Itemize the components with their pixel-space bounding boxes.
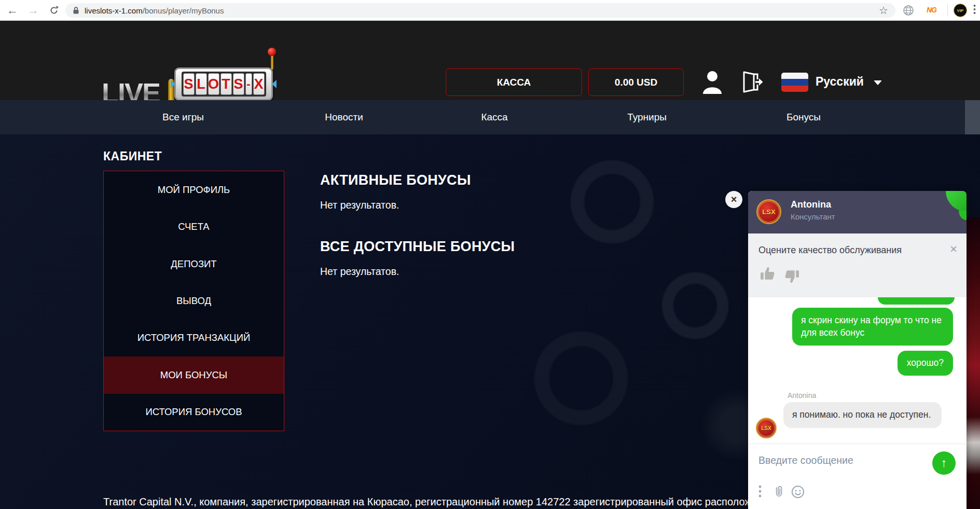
menu-item-accounts[interactable]: СЧЕТА bbox=[104, 208, 284, 245]
chat-input-area: ↑ bbox=[748, 444, 967, 509]
thumb-down-icon[interactable] bbox=[783, 266, 800, 284]
profile-icon[interactable] bbox=[701, 70, 723, 96]
bookmark-star-icon[interactable]: ☆ bbox=[879, 4, 888, 17]
menu-item-my-profile[interactable]: МОЙ ПРОФИЛЬ bbox=[104, 171, 284, 208]
russian-flag-icon[interactable] bbox=[781, 73, 808, 92]
language-selector[interactable]: Русский bbox=[816, 75, 864, 89]
message-input[interactable] bbox=[758, 451, 904, 469]
leaf-icon bbox=[959, 211, 967, 220]
url-text: liveslots-x-1.com/bonus/player/myBonus bbox=[85, 6, 224, 15]
chevron-down-icon[interactable] bbox=[874, 80, 882, 85]
reel-letter: O bbox=[208, 73, 219, 95]
agent-message-label: Antonina bbox=[788, 391, 816, 400]
slot-reels: S L O T S - X bbox=[182, 72, 266, 97]
emoji-icon[interactable] bbox=[791, 485, 805, 499]
lock-icon bbox=[73, 6, 79, 15]
chat-bubble-agent: я понимаю. но пока не доступен. bbox=[783, 402, 942, 428]
back-icon[interactable]: ← bbox=[4, 2, 21, 19]
slot-lever bbox=[271, 54, 273, 70]
address-bar[interactable]: liveslots-x-1.com/bonus/player/myBonus bbox=[65, 3, 895, 18]
agent-avatar-small: LSX bbox=[756, 418, 777, 438]
active-bonuses-empty: Нет результатов. bbox=[320, 199, 399, 211]
available-bonuses-title: ВСЕ ДОСТУПНЫЕ БОНУСЫ bbox=[320, 239, 515, 255]
reload-icon[interactable] bbox=[46, 2, 62, 19]
chat-bubble-user: хорошо? bbox=[898, 351, 953, 376]
available-bonuses-empty: Нет результатов. bbox=[320, 266, 399, 278]
page-title: КАБИНЕТ bbox=[103, 149, 162, 163]
agent-role: Консультант bbox=[791, 212, 835, 221]
menu-item-withdrawal[interactable]: ВЫВОД bbox=[104, 282, 284, 319]
chat-close-button[interactable]: × bbox=[725, 191, 742, 208]
logo-arrow-right-icon bbox=[171, 80, 175, 88]
page: ← → liveslots-x-1.com/bonus/player/myBon… bbox=[0, 0, 980, 509]
rating-panel: Оцените качество обслуживания × bbox=[748, 233, 967, 297]
chat-messages: я скрин скину на форум то что не для все… bbox=[748, 297, 967, 444]
cabinet-menu: МОЙ ПРОФИЛЬ СЧЕТА ДЕПОЗИТ ВЫВОД ИСТОРИЯ … bbox=[103, 171, 284, 431]
main-navigation: Все игры Новости Касса Турниры Бонусы bbox=[0, 100, 980, 134]
forward-icon[interactable]: → bbox=[25, 2, 42, 19]
menu-item-bonus-history[interactable]: ИСТОРИЯ БОНУСОВ bbox=[104, 394, 284, 431]
nav-item-tournaments[interactable]: Турниры bbox=[627, 112, 667, 123]
cashier-button[interactable]: КАССА bbox=[446, 68, 582, 96]
site-header: LIVE S L O T S - X КАССА 0.00 USD bbox=[0, 21, 980, 100]
more-options-icon[interactable] bbox=[758, 485, 762, 498]
chat-bubble-user: я скрин скину на форум то что не для все… bbox=[792, 308, 953, 346]
rating-close-icon[interactable]: × bbox=[950, 242, 957, 256]
chat-widget: LSX Antonina Консультант Оцените качеств… bbox=[748, 191, 967, 509]
nav-item-news[interactable]: Новости bbox=[325, 112, 363, 123]
background-image-edge bbox=[967, 217, 980, 509]
slot-lever-ball bbox=[268, 48, 276, 56]
rating-prompt: Оцените качество обслуживания bbox=[758, 245, 902, 256]
url-path: /bonus/player/myBonus bbox=[143, 6, 224, 15]
menu-item-transaction-history[interactable]: ИСТОРИЯ ТРАНЗАКЦИЙ bbox=[104, 320, 284, 356]
reel-letter: T bbox=[220, 73, 232, 95]
nav-item-all-games[interactable]: Все игры bbox=[162, 112, 204, 123]
vip-profile-icon[interactable]: VIP bbox=[954, 4, 967, 17]
nav-item-cashier[interactable]: Касса bbox=[481, 112, 507, 123]
reel-letter: S bbox=[183, 73, 195, 95]
nav-item-bonuses[interactable]: Бонусы bbox=[786, 112, 821, 123]
chat-bubble-partial bbox=[878, 297, 955, 305]
attachment-icon[interactable] bbox=[772, 485, 785, 499]
globe-extension-icon[interactable] bbox=[903, 5, 914, 18]
browser-menu-icon[interactable] bbox=[973, 4, 976, 17]
menu-item-my-bonuses[interactable]: МОИ БОНУСЫ bbox=[104, 356, 284, 393]
send-button[interactable]: ↑ bbox=[932, 451, 956, 475]
chat-header: LSX Antonina Консультант bbox=[748, 191, 967, 233]
ng-extension-icon[interactable]: NG bbox=[927, 6, 936, 14]
thumb-up-icon[interactable] bbox=[760, 266, 776, 284]
reel-letter: L bbox=[196, 73, 207, 95]
browser-toolbar: ← → liveslots-x-1.com/bonus/player/myBon… bbox=[0, 0, 980, 21]
logout-icon[interactable] bbox=[741, 70, 765, 96]
leaf-icon bbox=[946, 191, 967, 212]
balance-button[interactable]: 0.00 USD bbox=[588, 68, 684, 96]
url-domain: liveslots-x-1.com bbox=[85, 6, 143, 15]
agent-avatar: LSX bbox=[756, 199, 781, 224]
reel-letter: S bbox=[233, 73, 244, 95]
slot-machine: S L O T S - X bbox=[174, 67, 273, 101]
divider bbox=[947, 4, 948, 17]
menu-item-deposit[interactable]: ДЕПОЗИТ bbox=[104, 245, 284, 282]
reel-letter: - bbox=[245, 73, 252, 95]
agent-name: Antonina bbox=[791, 199, 831, 210]
reel-letter: X bbox=[253, 73, 265, 95]
active-bonuses-title: АКТИВНЫЕ БОНУСЫ bbox=[320, 172, 471, 188]
logo-arrow-left-icon bbox=[272, 80, 277, 88]
